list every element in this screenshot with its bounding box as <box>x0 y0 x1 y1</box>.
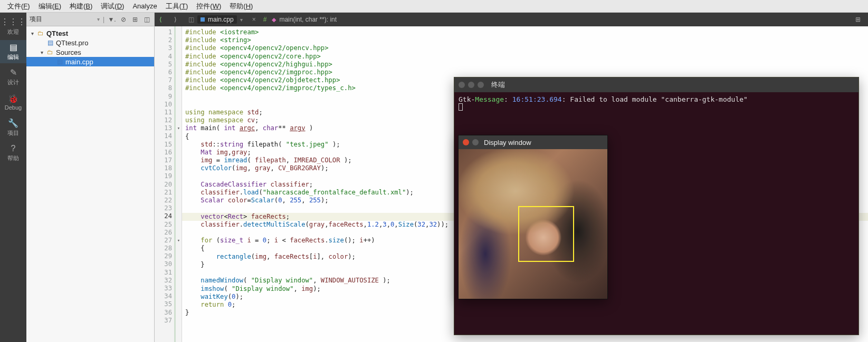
help-icon: ? <box>8 144 18 153</box>
menu-d[interactable]: 调试(D) <box>97 1 128 12</box>
debug-icon: 🐞 <box>8 94 18 103</box>
terminal-cursor <box>459 103 463 111</box>
tab-label: main.cpp <box>208 16 234 23</box>
nav-back-icon[interactable]: ⟨ <box>155 14 166 25</box>
activity-edit[interactable]: ▤编辑 <box>0 40 26 63</box>
activity-design[interactable]: ✎设计 <box>0 65 26 89</box>
window-close-icon[interactable] <box>463 139 469 145</box>
folder-icon: 🗀 <box>37 30 44 37</box>
menu-analyze[interactable]: Analyze <box>128 1 161 11</box>
menu-e[interactable]: 编辑(E) <box>34 1 65 12</box>
project-panel: 项目 ▾ | ▼. ⊘ ⊞ ◫ ▾🗀QTtest ▤QTtest.pro▾🗀So… <box>26 13 155 342</box>
display-window-titlebar[interactable]: Display window <box>459 135 607 149</box>
terminal-titlebar[interactable]: 终端 <box>454 77 859 92</box>
activity-help[interactable]: ?帮助 <box>0 141 26 164</box>
menu-b[interactable]: 构建(B) <box>65 1 97 12</box>
tree-item-qttest-pro[interactable]: ▤QTtest.pro <box>26 38 154 47</box>
activity-bar: ⋮⋮⋮欢迎▤编辑✎设计🐞Debug🔧项目?帮助 <box>0 13 26 342</box>
menu-t[interactable]: 工具(T) <box>161 1 193 12</box>
breadcrumb-label: main(int, char **): int <box>279 16 337 23</box>
window-min-icon[interactable] <box>472 139 479 145</box>
file-dropdown-icon[interactable]: ▾ <box>240 17 243 23</box>
display-image <box>459 149 607 299</box>
tree-item-label: QTtest.pro <box>56 39 88 47</box>
expander-icon[interactable] <box>49 59 54 65</box>
tree-item-sources[interactable]: ▾🗀Sources <box>26 47 154 57</box>
line-gutter[interactable]: 1234567891011121314151617181920212223242… <box>155 26 176 342</box>
filter-icon[interactable]: ▼. <box>108 15 116 24</box>
menu-f[interactable]: 文件(F) <box>3 1 34 12</box>
menubar: 文件(F)编辑(E)构建(B)调试(D)Analyze工具(T)控件(W)帮助(… <box>0 0 868 13</box>
tree-item-qttest[interactable]: ▾🗀QTtest <box>26 28 154 38</box>
terminal-line: Gtk-Message: 16:51:23.694: Failed to loa… <box>459 95 748 103</box>
activity-debug[interactable]: 🐞Debug <box>0 91 26 114</box>
file-icon: ▤ <box>56 58 63 65</box>
diamond-icon: ◆ <box>272 16 276 23</box>
welcome-icon: ⋮⋮⋮ <box>8 17 18 27</box>
folder-icon: 🗀 <box>46 48 54 56</box>
project-tree[interactable]: ▾🗀QTtest ▤QTtest.pro▾🗀Sources ▤main.cpp <box>26 26 154 342</box>
project-icon: 🔧 <box>8 119 18 128</box>
close-tab-icon[interactable]: × <box>250 16 258 23</box>
tree-item-main-cpp[interactable]: ▤main.cpp <box>26 57 154 66</box>
window-close-icon[interactable] <box>459 82 465 88</box>
fold-column[interactable]: ▾▾ <box>176 26 182 342</box>
file-icon: ▤ <box>46 39 54 46</box>
hash-button[interactable]: # <box>261 16 269 23</box>
project-panel-header: 项目 ▾ | ▼. ⊘ ⊞ ◫ <box>26 13 154 26</box>
menu-w[interactable]: 控件(W) <box>192 1 225 12</box>
menu-h[interactable]: 帮助(H) <box>225 1 257 12</box>
split-editor-icon[interactable]: ⊞ <box>852 14 864 25</box>
file-icon <box>201 17 205 22</box>
split-icon[interactable]: ◫ <box>142 15 151 24</box>
project-panel-title: 项目 <box>30 15 94 24</box>
terminal-title: 终端 <box>491 80 505 90</box>
tree-item-label: QTtest <box>46 30 68 37</box>
dropdown-icon[interactable]: ▾ <box>97 16 100 22</box>
editor-tabbar: ⟨ ⟩ ◫ main.cpp ▾ × # ◆ main(int, char **… <box>155 13 868 26</box>
face-detection-box <box>518 206 574 262</box>
bookmark-icon[interactable]: ◫ <box>188 16 194 23</box>
symbol-breadcrumb[interactable]: ◆ main(int, char **): int <box>272 16 337 23</box>
activity-project[interactable]: 🔧项目 <box>0 116 26 139</box>
edit-icon: ▤ <box>8 43 18 52</box>
tab-main-cpp[interactable]: ◫ main.cpp ▾ <box>184 13 247 26</box>
window-min-icon[interactable] <box>468 82 474 88</box>
add-icon[interactable]: ⊞ <box>131 15 139 24</box>
display-window[interactable]: Display window <box>458 135 608 299</box>
link-icon[interactable]: ⊘ <box>119 15 128 24</box>
tree-item-label: Sources <box>56 48 81 56</box>
nav-fwd-icon[interactable]: ⟩ <box>169 14 181 25</box>
display-window-title: Display window <box>484 139 531 146</box>
expander-icon[interactable] <box>39 40 44 46</box>
expander-icon[interactable]: ▾ <box>30 31 35 36</box>
expander-icon[interactable]: ▾ <box>39 50 44 55</box>
tree-item-label: main.cpp <box>65 58 93 66</box>
design-icon: ✎ <box>8 68 18 77</box>
window-max-icon[interactable] <box>478 82 484 88</box>
activity-welcome[interactable]: ⋮⋮⋮欢迎 <box>0 15 26 38</box>
